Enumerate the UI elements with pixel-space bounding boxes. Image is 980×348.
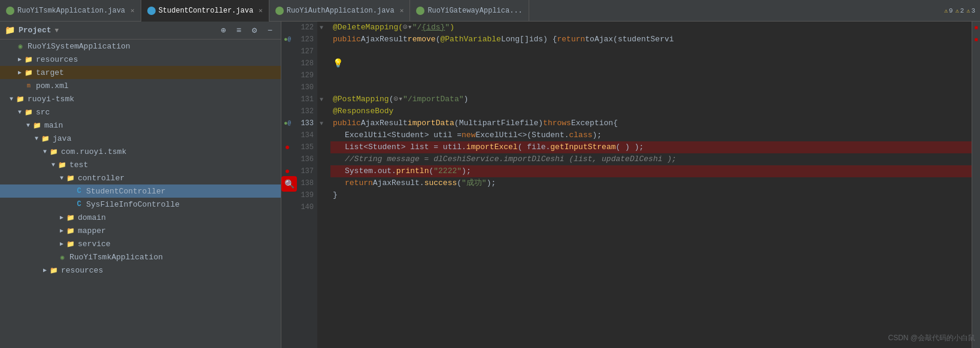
sidebar-action-gear[interactable]: ⚙: [248, 25, 260, 37]
fn-importexcel: importExcel: [466, 141, 518, 153]
tree-label-java: java: [53, 134, 71, 143]
tree-icon-tsmk: 📁: [16, 94, 25, 104]
tree-item-ruoyi-system-app[interactable]: ◉ RuoYiSystemApplication: [0, 40, 281, 53]
linenum-134: 134: [297, 129, 314, 141]
tree-item-sysfile[interactable]: C SysFileInfoControlle: [0, 198, 281, 211]
tree-item-mapper[interactable]: ▶ 📁 mapper: [0, 224, 281, 237]
warn-triangle-1: ⚠: [944, 7, 948, 14]
tree-item-student-controller[interactable]: C StudentController: [0, 184, 281, 198]
warn-count-3: 3: [971, 7, 975, 14]
tree-item-target[interactable]: ▶ 📁 target: [0, 66, 281, 79]
tree-arrow-tsmk: ▼: [7, 96, 16, 102]
tree-icon-student: C: [74, 186, 84, 196]
cls-excelutil: ExcelUtil: [345, 129, 387, 141]
tree-label-mapper: mapper: [78, 226, 106, 235]
line-number-gutter: 122 123 127 128 129 130 131 132 133 134 …: [293, 22, 317, 348]
tab-warnings: ⚠ 9 ⚠ 2 ⚠ 3: [944, 7, 980, 14]
gutter-137: ●: [281, 165, 293, 177]
linenum-131: 131: [297, 93, 314, 105]
tree-icon-app: ◉: [16, 41, 25, 51]
tree-item-ruoyi-tsmk-app[interactable]: ◉ RuoYiTsmkApplication: [0, 250, 281, 264]
tree-item-com-ruoyi[interactable]: ▼ 📁 com.ruoyi.tsmk: [0, 145, 281, 158]
tree-icon-java: 📁: [41, 134, 50, 143]
ann-close: ): [450, 22, 454, 34]
cls-long: Long[]: [501, 34, 529, 46]
tree-arrow-java: ▼: [32, 135, 41, 142]
bookmark-123: ●: [284, 36, 288, 43]
tree-arrow-service: ▶: [57, 240, 66, 247]
gutter-135: ●: [281, 141, 293, 153]
sidebar-actions: ⊕ ≡ ⚙ −: [217, 25, 276, 37]
tab-close-auth[interactable]: ✕: [400, 7, 404, 14]
tree-icon-resources2: 📁: [49, 265, 59, 275]
tree-icon-main: 📁: [32, 120, 42, 130]
code-area[interactable]: @DeleteMapping(⊙▾"/{ids}") public AjaxRe…: [326, 22, 972, 348]
tree-item-ruoyi-tsmk[interactable]: ▼ 📁 ruoyi-tsmk: [0, 92, 281, 105]
linenum-135: 135: [297, 141, 314, 153]
error-indicator-panel: ■ ■: [972, 22, 980, 348]
fn-println: println: [396, 165, 429, 177]
cls-ajax3: AjaxResult: [373, 177, 420, 189]
tree-item-service[interactable]: ▶ 📁 service: [0, 237, 281, 250]
linenum-122: 122: [297, 22, 314, 34]
fold-122[interactable]: ▼: [320, 22, 323, 34]
tree-item-controller[interactable]: ▼ 📁 controller: [0, 171, 281, 184]
tree-label-controller: controller: [78, 174, 125, 183]
linenum-123: 123: [297, 34, 314, 46]
warn-badge-2: ⚠ 2: [955, 7, 964, 14]
tree-item-java[interactable]: ▼ 📁 java: [0, 132, 281, 145]
fn-remove: remove: [408, 34, 436, 46]
tab-icon-gateway: [416, 7, 424, 15]
param-ids: ids) {: [529, 34, 557, 46]
tree-arrow-main: ▼: [24, 122, 32, 129]
tree-icon-test: 📁: [57, 160, 67, 170]
tree-item-domain[interactable]: ▶ 📁 domain: [0, 211, 281, 224]
str-2222: "2222": [433, 165, 462, 177]
tab-label-gateway: RuoYiGatewayApplica...: [427, 7, 522, 15]
sidebar-dropdown-icon[interactable]: ▼: [55, 27, 59, 34]
str-importdata: "/importData": [403, 93, 463, 105]
lightbulb-icon: 💡: [333, 58, 343, 69]
fold-131[interactable]: ▼: [320, 93, 323, 105]
tab-student-controller[interactable]: StudentController.java ✕: [141, 0, 269, 22]
cls-system: System: [345, 165, 373, 177]
tree-label-src: src: [36, 108, 50, 117]
tab-bar: RuoYiTsmkApplication.java ✕ StudentContr…: [0, 0, 980, 22]
search-button[interactable]: 🔍: [281, 176, 297, 192]
tab-close-student[interactable]: ✕: [259, 7, 263, 14]
tree-item-main[interactable]: ▼ 📁 main: [0, 119, 281, 132]
cls-student3: Student: [368, 141, 401, 153]
tree-item-test[interactable]: ▼ 📁 test: [0, 158, 281, 171]
tab-label-tsmk: RuoYiTsmkApplication.java: [17, 7, 125, 15]
ann-opt-131: ⊙▾: [393, 93, 403, 105]
code-line-129: [330, 69, 972, 81]
tree-item-pom[interactable]: m pom.xml: [0, 79, 281, 92]
tree-item-resources[interactable]: ▶ 📁 resources: [0, 53, 281, 66]
code-line-138: return AjaxResult.success("成功");: [330, 177, 972, 189]
warn-badge-3: ⚠ 3: [966, 7, 975, 14]
err-dot-135: ■: [974, 25, 978, 31]
code-line-135: List < Student > list = util.importExcel…: [330, 141, 972, 153]
gutter-133: ●@: [281, 117, 293, 129]
code-line-130: [330, 81, 972, 93]
sidebar-action-collapse-all[interactable]: ≡: [233, 25, 245, 37]
tree-label-domain: domain: [78, 213, 106, 222]
fold-133[interactable]: ▼: [320, 117, 323, 129]
tab-close-tsmk[interactable]: ✕: [131, 7, 135, 14]
tree-item-resources2[interactable]: ▶ 📁 resources: [0, 264, 281, 277]
tab-label-auth: RuoYiAuthApplication.java: [287, 7, 395, 15]
bookmark-133: ●: [284, 120, 288, 127]
sidebar-action-close[interactable]: −: [264, 25, 276, 37]
tab-ruoyi-gateway[interactable]: RuoYiGatewayApplica...: [410, 0, 529, 22]
tree-icon-sysfile: C: [74, 199, 84, 209]
code-line-132: @ResponseBody: [330, 105, 972, 117]
sidebar-action-add[interactable]: ⊕: [217, 25, 229, 37]
code-line-137: System.out.println("2222");: [330, 165, 972, 177]
tab-ruoyi-auth[interactable]: RuoYiAuthApplication.java ✕: [269, 0, 411, 22]
project-panel-icon: 📁: [5, 25, 15, 35]
fn-importdata: importData: [408, 117, 454, 129]
fn-getinputstream: getInputStream: [550, 141, 615, 153]
tree-item-src[interactable]: ▼ 📁 src: [0, 105, 281, 119]
cls-ajax: AjaxResult: [361, 34, 408, 46]
tab-ruoyi-tsmk-app[interactable]: RuoYiTsmkApplication.java ✕: [0, 0, 141, 22]
